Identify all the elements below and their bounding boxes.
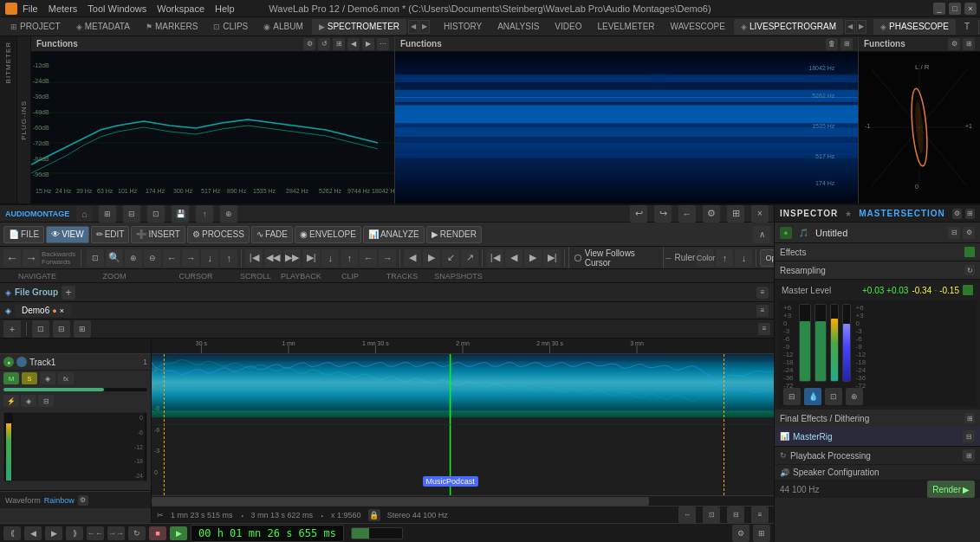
resampling-ctrl[interactable]: ↻ (964, 265, 975, 275)
track1-volume-bar[interactable] (3, 388, 147, 391)
zoom-lock-btn[interactable]: 🔒 (368, 509, 380, 521)
process-tab-btn[interactable]: ⚙ PROCESS (187, 226, 250, 243)
speaker-config-section[interactable]: 🔊 Speaker Configuration (775, 465, 980, 481)
h-scrollbar[interactable] (152, 495, 774, 506)
final-effects-add-btn[interactable]: ⊞ (964, 413, 975, 423)
track1-fx-btn[interactable]: fx (58, 372, 74, 384)
track1-s-btn[interactable]: S (22, 372, 37, 384)
fader-ctrl3[interactable]: ⊡ (825, 388, 842, 405)
transport-back[interactable]: ←← (87, 526, 104, 540)
scroll-right-btn[interactable]: ▶ (423, 249, 440, 267)
menu-meters[interactable]: Meters (49, 3, 78, 14)
import-btn[interactable]: ⊕ (220, 205, 237, 223)
scroll-adj1[interactable]: ↙ (442, 249, 459, 267)
tab-history[interactable]: HISTORY (437, 19, 489, 35)
transport-next[interactable]: ▶ (45, 526, 62, 540)
zoom-down-btn[interactable]: ↓ (201, 249, 218, 267)
playback-processing-section[interactable]: ↻ Playback Processing ⊞ (775, 447, 980, 465)
analyze-tab-btn[interactable]: 📊 ANALYZE (363, 226, 425, 243)
effects-toggle[interactable] (964, 247, 975, 257)
pb-prev-btn[interactable]: ◀ (505, 249, 522, 267)
spectrometer-nav-next[interactable]: ▶ (362, 38, 374, 50)
tab-livespectrogram[interactable]: ◈ LIVESPECTROGRAM (734, 19, 843, 35)
pb-next-btn[interactable]: ▶ (524, 249, 542, 267)
scrollbar-thumb[interactable] (152, 497, 649, 506)
insert-tab-btn[interactable]: ➕ INSERT (131, 226, 185, 243)
transport-play[interactable]: ▶ (170, 526, 187, 540)
device-power-btn[interactable]: ● (780, 227, 792, 239)
phasescope-settings-btn[interactable]: ⚙ (948, 38, 960, 50)
demo6-close-btn[interactable]: × (60, 306, 64, 315)
pb-end-btn[interactable]: ▶| (543, 249, 561, 267)
fade-tab-btn[interactable]: ∿ FADE (251, 226, 293, 243)
back-navigate-btn[interactable]: ← (3, 249, 21, 267)
view-tab-btn[interactable]: 👁 VIEW (46, 226, 89, 243)
tab-clips[interactable]: ⊡ CLIPS (206, 19, 255, 35)
right-tab-prev[interactable]: ◀ (845, 20, 855, 34)
cursor-rewind-btn[interactable]: |◀ (245, 249, 263, 267)
cursor-up-btn[interactable]: ↑ (341, 249, 358, 267)
tb-btn4[interactable]: ≡ (751, 507, 769, 524)
tab-project[interactable]: ⊞ PROJECT (3, 19, 68, 35)
save-btn[interactable]: 💾 (172, 205, 189, 223)
inspector-settings-btn[interactable]: ⚙ (952, 209, 962, 219)
options-btn[interactable]: Options (760, 249, 774, 267)
am-settings-btn[interactable]: ⚙ (703, 205, 720, 223)
effects-header[interactable]: Effects (775, 243, 980, 261)
cursor-right-btn[interactable]: → (379, 249, 396, 267)
cursor-left-btn[interactable]: ← (360, 249, 377, 267)
transport-loop[interactable]: ↻ (128, 526, 146, 540)
tab-phasescope[interactable]: ◈ PHASESCOPE (873, 19, 956, 35)
waveform-settings-btn[interactable]: ⚙ (78, 495, 88, 506)
masterrig-ctrl[interactable]: ⊟ (963, 430, 975, 442)
device-ctrl2[interactable]: ⚙ (963, 227, 975, 239)
cursor-end-btn[interactable]: ▶| (302, 249, 320, 267)
zoom-sel-btn[interactable]: ⊡ (87, 249, 104, 267)
grid-btn[interactable]: ⊞ (99, 205, 116, 223)
forward-navigate-btn[interactable]: → (23, 249, 40, 267)
tb-btn3[interactable]: ⊟ (727, 507, 744, 524)
zoom-out-btn[interactable]: ⊖ (144, 249, 161, 267)
spectrometer-settings-btn[interactable]: ⚙ (303, 38, 315, 50)
cursor-next-btn[interactable]: ▶▶ (283, 249, 301, 267)
track1-m-btn[interactable]: M (3, 372, 19, 384)
zoom-left-btn[interactable]: ← (163, 249, 180, 267)
demo6-settings-btn[interactable]: ≡ (756, 305, 769, 317)
spectrometer-refresh-btn[interactable]: ↺ (318, 38, 330, 50)
left-tab-prev[interactable]: ◀ (408, 20, 419, 34)
spectrometer-expand-btn[interactable]: ⊞ (333, 38, 345, 50)
spectrometer-more-btn[interactable]: ⋯ (377, 38, 389, 50)
tb-btn2[interactable]: ⊡ (703, 507, 720, 524)
zoom-up-btn[interactable]: ↑ (220, 249, 237, 267)
fader-ctrl4[interactable]: ⊕ (846, 388, 863, 405)
file-tab-btn[interactable]: 📄 FILE (3, 226, 44, 243)
tab-metadata[interactable]: ◈ METADATA (69, 19, 137, 35)
fader-left[interactable] (799, 304, 811, 382)
status-settings-btn[interactable]: ⚙ (732, 525, 750, 542)
left-tab-next[interactable]: ▶ (419, 20, 430, 34)
track1-power[interactable]: ● (3, 357, 14, 367)
pb-rewind-btn[interactable]: |◀ (486, 249, 503, 267)
track1-btn1[interactable]: ⚡ (3, 395, 19, 407)
fader-ctrl2[interactable]: 💧 (804, 388, 821, 405)
track-list-settings[interactable]: ≡ (758, 323, 770, 335)
track1-color-btn[interactable] (16, 357, 27, 367)
tab-wavescope[interactable]: WAVESCOPE (664, 19, 732, 35)
undo-btn[interactable]: ↩ (630, 205, 647, 223)
minimize-btn[interactable]: _ (933, 3, 945, 15)
close-btn[interactable]: × (964, 3, 977, 15)
track-down-btn[interactable]: ↓ (735, 249, 752, 267)
transport-fwd[interactable]: →→ (107, 526, 125, 540)
paste-btn[interactable]: ⊡ (147, 205, 165, 223)
zoom-right-btn[interactable]: → (182, 249, 199, 267)
cursor-prev-btn[interactable]: ◀◀ (264, 249, 282, 267)
menu-help[interactable]: Help (215, 3, 235, 14)
scroll-adj2[interactable]: ↗ (461, 249, 478, 267)
history-expand-btn[interactable]: ⊞ (840, 38, 853, 50)
menu-file[interactable]: File (23, 3, 38, 14)
am-close-btn[interactable]: × (751, 205, 769, 223)
master-level-toggle[interactable] (963, 285, 973, 295)
transport-skip-prev[interactable]: ⟪ (3, 526, 21, 540)
fader-right[interactable] (815, 304, 827, 382)
cursor-down-btn[interactable]: ↓ (321, 249, 339, 267)
